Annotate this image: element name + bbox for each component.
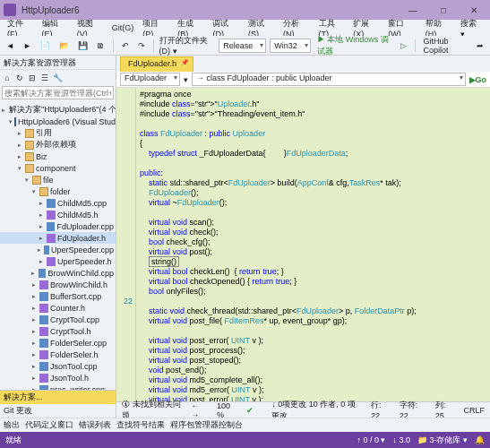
arrow-icon: ▾ [184,75,188,84]
start-nodebug-button[interactable]: ▷ [398,40,409,51]
close-button[interactable]: ✕ [461,2,486,18]
arrows[interactable]: ← → [191,401,208,418]
editor-tab[interactable]: FdUploader.h 📌 [120,56,193,72]
copilot-button[interactable]: GitHub Copilot [420,36,470,56]
go-button[interactable]: ▶Go [469,75,487,84]
tree-item[interactable]: ▾file [0,174,116,185]
tree-item[interactable]: ▸Counter.h [0,302,116,314]
tree-item[interactable]: ▸proc_writer.cpp [0,383,116,390]
line-gutter: 22 [116,88,136,401]
panel-title: 解决方案资源管理器 [0,56,116,70]
tree-item[interactable]: ▸JsonTool.cpp [0,360,116,372]
redo-icon[interactable]: ↷ [135,40,148,51]
tree-item[interactable]: ▸FdUploader.cpp [0,220,116,232]
saveall-icon[interactable]: 🗎 [94,40,107,51]
open-files-label: 打开的文件夹(D) ▾ [159,35,216,56]
tree-item[interactable]: ▸FolderSeler.cpp [0,337,116,349]
search-input[interactable] [2,86,114,99]
tree-item[interactable]: ▸BufferSort.cpp [0,290,116,302]
pin-icon[interactable]: 📌 [181,59,189,66]
tree-item[interactable]: ▸UperSpeeder.cpp [0,244,116,255]
platform-dropdown[interactable]: Win32 [270,39,311,53]
showall-icon[interactable]: ☰ [39,73,50,83]
window-title: HttpUploader6 [21,5,395,15]
bottom-tab[interactable]: 输出 [4,419,20,431]
refresh-icon[interactable]: ↻ [14,73,25,83]
git-repo[interactable]: 📁 3-存储库 ▾ [417,435,468,446]
config-dropdown[interactable]: Release [219,39,266,53]
char-label: 字符: 22 [400,400,426,418]
collapse-icon[interactable]: ⊟ [27,73,38,83]
tab-label: FdUploader.h [128,59,176,68]
properties-icon[interactable]: 🔧 [52,73,63,83]
line-label: 行: 22 [371,400,391,418]
toolbar: ◄ ► 📄 📂 💾 🗎 ↶ ↷ 打开的文件夹(D) ▾ Release Win3… [0,36,490,56]
tree-item[interactable]: ▸外部依赖项 [0,139,116,151]
tabbar: FdUploader.h 📌 [116,56,490,72]
bottom-tab[interactable]: 查找符号结果 [116,419,165,431]
status-ready: 就绪 [5,435,21,446]
changes-label[interactable]: ↓ 0项更改 10 作者, 0 项更改 [271,399,362,418]
tree-item[interactable]: ▸CryptTool.h [0,325,116,337]
nav-bar: FdUploader ▾ → class FdUploader : public… [116,72,490,88]
bottom-tab[interactable]: 代码定义窗口 [25,419,73,431]
tree-item[interactable]: ▾folder [0,185,116,197]
tree-item[interactable]: ▾component [0,162,116,174]
enc-label[interactable]: CRLF [463,406,485,415]
col-label: 列: 25 [435,400,455,418]
tree-item[interactable]: ▸CryptTool.cpp [0,314,116,325]
tree-item[interactable]: ▸FdUploader.h [0,232,116,244]
tree-item[interactable]: ▸引用 [0,127,116,139]
tab-solution[interactable]: 解决方案... [0,391,116,404]
start-debug-button[interactable]: ▶ 本地 Windows 调试器 [314,33,394,58]
git-push[interactable]: ↑ 0 / 0 ▾ [357,435,385,444]
tree-item[interactable]: ▸解决方案"HttpUploader6"(4 个项目, 共 [0,104,116,116]
new-file-icon[interactable]: 📄 [38,40,53,51]
code-area[interactable]: 22 #pragma once #include class="str">"Up… [116,88,490,401]
nav-fwd-icon[interactable]: ► [21,40,34,51]
bottom-tab[interactable]: 错误列表 [79,419,111,431]
share-icon[interactable]: ➦ [474,40,486,51]
tree-item[interactable]: ▸UperSpeeder.h [0,255,116,267]
sidebar-tabs: 解决方案... Git 更改 [0,390,116,418]
min-button[interactable]: — [400,2,426,18]
zoom-dropdown[interactable]: 100 % [217,401,237,418]
code-text[interactable]: #pragma once #include class="str">"Uploa… [136,88,490,401]
home-icon[interactable]: ⌂ [2,73,13,83]
tree-item[interactable]: ▸BrowWinChild.cpp [0,267,116,279]
bottom-panel-tabs: 输出代码定义窗口错误列表查找符号结果程序包管理器控制台 [0,418,490,432]
tree-item[interactable]: ▸ChildMd5.h [0,209,116,220]
tree-item[interactable]: ▸JsonTool.h [0,372,116,383]
bell-icon[interactable]: 🔔 [475,435,485,444]
tree-item[interactable]: ▸FolderSeler.h [0,349,116,360]
tree-item[interactable]: ▾HttpUploader6 (Visual Studio 2013 [0,116,116,127]
panel-toolbar: ⌂ ↻ ⊟ ☰ 🔧 [0,70,116,86]
member-dropdown[interactable]: → class FdUploader : public Uploader [192,73,465,86]
editor-statusbar: 🛈 未找到相关问题 ← → 100 % ✔ ↓ 0项更改 10 作者, 0 项更… [116,401,490,418]
git-branch[interactable]: ↓ 3.0 [392,435,410,444]
solution-tree[interactable]: ▸解决方案"HttpUploader6"(4 个项目, 共▾HttpUpload… [0,102,116,390]
scope-dropdown[interactable]: FdUploader [120,73,180,86]
save-icon[interactable]: 💾 [75,40,90,51]
statusbar: 就绪 ↑ 0 / 0 ▾ ↓ 3.0 📁 3-存储库 ▾ 🔔 [0,432,490,448]
tree-item[interactable]: ▸BrowWinChild.h [0,279,116,290]
open-icon[interactable]: 📂 [56,40,72,51]
max-button[interactable]: □ [431,2,456,18]
vs-icon [4,4,16,16]
menubar: 文件(F)编辑(E)视图(V)Git(G)项目(P)生成(B)调试(D)测试(S… [0,20,490,36]
nav-back-icon[interactable]: ◄ [4,40,17,51]
bottom-tab[interactable]: 程序包管理器控制台 [170,419,243,431]
menu-item[interactable]: Git(G) [108,22,138,33]
undo-icon[interactable]: ↶ [119,40,132,51]
issues-label[interactable]: 🛈 未找到相关问题 [122,399,182,418]
tree-item[interactable]: ▸Biz [0,151,116,162]
tab-git[interactable]: Git 更改 [0,404,116,418]
tree-item[interactable]: ▸ChildMd5.cpp [0,197,116,209]
editor: FdUploader.h 📌 FdUploader ▾ → class FdUp… [116,56,490,418]
solution-explorer: 解决方案资源管理器 ⌂ ↻ ⊟ ☰ 🔧 ▸解决方案"HttpUploader6"… [0,56,116,418]
